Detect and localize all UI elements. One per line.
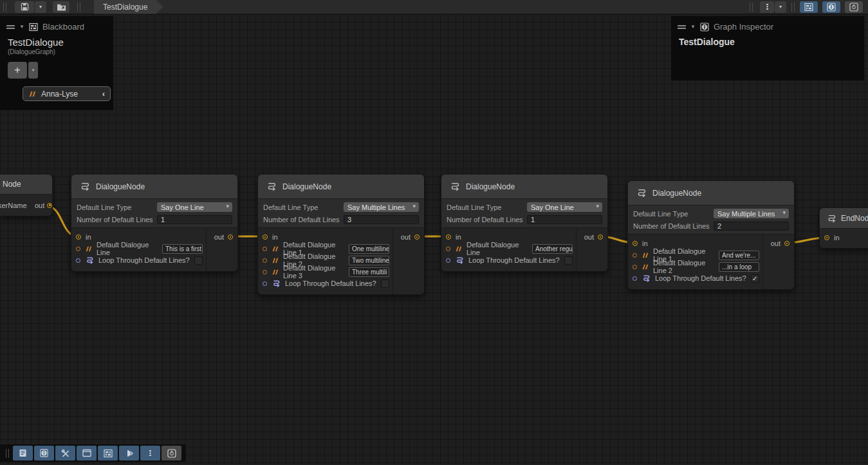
loop-node-icon xyxy=(642,274,651,282)
dialogue-line-port[interactable] xyxy=(633,253,637,258)
node-header[interactable]: Node xyxy=(0,175,52,195)
dialogue-line-port[interactable] xyxy=(263,270,267,274)
dialogue-line-port[interactable] xyxy=(263,247,267,251)
dialogue-node-3[interactable]: DialogueNode Default Line Type Say One L… xyxy=(441,174,608,272)
in-port[interactable] xyxy=(263,234,268,240)
loop-node-icon xyxy=(85,256,94,264)
more-button[interactable] xyxy=(140,446,160,460)
out-port[interactable] xyxy=(47,203,52,208)
flame-icon xyxy=(167,449,176,458)
dialogue-node-2[interactable]: DialogueNode Default Line Type Say Multi… xyxy=(257,174,425,295)
node-header[interactable]: DialogueNode xyxy=(71,175,237,199)
blackboard-property-anna-lyse[interactable]: Anna-Lyse ‹ xyxy=(23,86,111,101)
add-property-dropdown[interactable]: ▾ xyxy=(28,62,38,79)
quote-icon xyxy=(272,269,279,275)
more-menu-button[interactable] xyxy=(760,1,774,13)
save-button[interactable] xyxy=(15,1,34,13)
dialogue-line-field[interactable]: Another regu xyxy=(532,244,573,254)
blackboard-header[interactable]: ▼ Blackboard xyxy=(0,16,113,34)
node-header[interactable]: DialogueNode xyxy=(628,181,794,205)
dialogue-node-4[interactable]: DialogueNode Default Line Type Say Multi… xyxy=(627,180,795,290)
dialogue-node-1[interactable]: DialogueNode Default Line Type Say One L… xyxy=(71,174,238,272)
node-header[interactable]: DialogueNode xyxy=(258,175,424,199)
out-port[interactable] xyxy=(228,234,233,240)
dialogue-line-field[interactable]: One multiline xyxy=(349,244,389,254)
blackboard-graph-name: TestDialogue xyxy=(8,37,106,48)
chevron-left-icon[interactable]: ‹ xyxy=(102,89,105,99)
out-port-label: out xyxy=(401,233,411,241)
flame-toggle-button[interactable] xyxy=(845,1,863,13)
blackboard-toggle-button[interactable] xyxy=(800,1,818,13)
info-icon xyxy=(827,3,836,12)
toolbar-grip[interactable] xyxy=(77,3,80,12)
line-type-dropdown[interactable]: Say One Line xyxy=(527,202,602,212)
toolbar-grip[interactable] xyxy=(3,3,6,12)
in-port-label: in xyxy=(642,240,648,247)
tools-button[interactable] xyxy=(55,446,75,460)
dialogue-line-port[interactable] xyxy=(446,247,450,251)
dialogue-line-field[interactable]: And we're... xyxy=(719,251,759,260)
toolbar-grip[interactable] xyxy=(791,3,795,12)
dialogue-line-field[interactable]: ...in a loop xyxy=(719,262,759,272)
in-port[interactable] xyxy=(633,241,638,246)
out-port[interactable] xyxy=(784,241,790,246)
loop-port[interactable] xyxy=(446,258,450,263)
line-type-dropdown[interactable]: Say Multiple Lines xyxy=(714,209,789,218)
save-dropdown-button[interactable]: ▾ xyxy=(35,1,46,13)
dialogue-line-field[interactable]: Two multiline xyxy=(349,256,389,265)
out-port[interactable] xyxy=(598,234,603,240)
window-button[interactable] xyxy=(77,446,97,460)
out-port-label: out xyxy=(771,240,780,247)
console-button[interactable] xyxy=(13,446,33,460)
quote-icon xyxy=(272,246,279,252)
graph-inspector-toggle-button[interactable] xyxy=(822,1,840,13)
loop-checkbox[interactable] xyxy=(194,256,203,265)
dialogue-line-value: One multiline xyxy=(352,245,389,252)
graph-inspector-header[interactable]: ▼ Graph Inspector xyxy=(671,16,864,34)
loop-checkbox[interactable] xyxy=(564,256,573,265)
node-header[interactable]: EndNode xyxy=(820,208,868,229)
speaker-node-partial[interactable]: Node kerName out xyxy=(0,174,53,216)
graph-canvas[interactable]: ▼ Blackboard TestDialogue (DialogueGraph… xyxy=(0,14,868,465)
in-port[interactable] xyxy=(446,234,451,240)
loop-label: Loop Through Default Lines? xyxy=(468,256,560,264)
transition-button[interactable] xyxy=(119,446,139,460)
count-field[interactable]: 1 xyxy=(527,215,602,224)
loop-port[interactable] xyxy=(633,276,637,281)
end-node[interactable]: EndNode in xyxy=(819,207,868,249)
collapse-triangle-icon[interactable]: ▼ xyxy=(690,24,696,30)
line-type-dropdown[interactable]: Say One Line xyxy=(157,202,232,212)
blackboard-icon xyxy=(29,23,38,32)
collapse-triangle-icon[interactable]: ▼ xyxy=(19,24,24,30)
loop-port[interactable] xyxy=(263,281,267,286)
node-header[interactable]: DialogueNode xyxy=(441,175,607,199)
flame-button[interactable] xyxy=(162,446,181,460)
count-field[interactable]: 3 xyxy=(344,215,419,224)
count-field[interactable]: 2 xyxy=(714,222,789,231)
dialogue-line-port[interactable] xyxy=(633,265,637,269)
inspector-button[interactable] xyxy=(34,446,54,460)
toolbar-grip[interactable] xyxy=(6,449,9,458)
in-port[interactable] xyxy=(76,234,81,240)
dialogue-line-field[interactable]: This is a first xyxy=(162,244,203,254)
out-port[interactable] xyxy=(414,234,420,240)
bottom-toolbar xyxy=(0,444,186,462)
loop-checkbox[interactable] xyxy=(751,274,759,283)
dialogue-line-port[interactable] xyxy=(263,258,267,263)
toolbar-grip[interactable] xyxy=(750,3,753,12)
blackboard-button[interactable] xyxy=(98,446,118,460)
blackboard-title: Blackboard xyxy=(42,22,84,32)
add-property-button[interactable]: + xyxy=(8,62,27,79)
count-field[interactable]: 1 xyxy=(157,215,232,224)
graph-tab[interactable]: TestDialogue xyxy=(94,0,163,14)
quote-icon xyxy=(28,91,36,97)
in-port[interactable] xyxy=(824,235,829,240)
dialogue-line-field[interactable]: Three multili xyxy=(349,267,389,277)
open-asset-button[interactable] xyxy=(53,1,69,13)
dialogue-line-port[interactable] xyxy=(76,247,80,251)
line-type-dropdown[interactable]: Say Multiple Lines xyxy=(344,202,419,212)
more-menu-dropdown[interactable]: ▾ xyxy=(775,1,786,13)
top-toolbar: ▾ TestDialogue ▾ xyxy=(0,0,868,14)
loop-port[interactable] xyxy=(76,258,80,263)
loop-checkbox[interactable] xyxy=(381,280,389,288)
